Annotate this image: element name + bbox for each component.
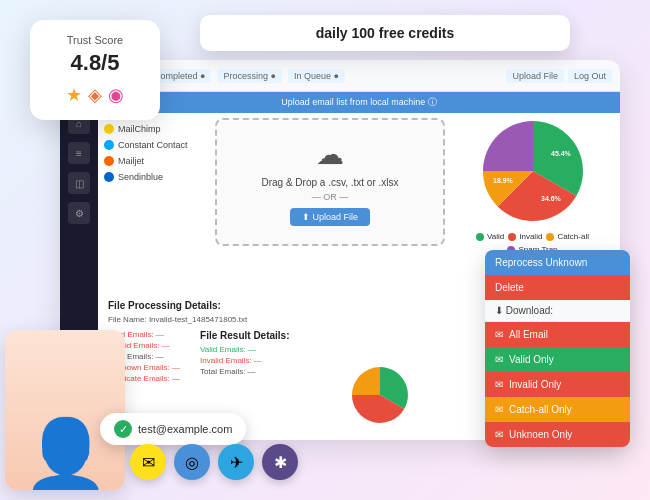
sidebar-icon-list[interactable]: ≡ <box>68 142 90 164</box>
verified-email: test@example.com <box>138 423 232 435</box>
mailjet-label: Mailjet <box>118 156 144 166</box>
apps-row: ✉ ◎ ✈ ✱ <box>130 444 298 480</box>
delete-button[interactable]: Delete <box>485 275 630 300</box>
trust-score-card: Trust Score 4.8/5 ★ ◈ ◉ <box>30 20 160 120</box>
constantcontact-label: Constant Contact <box>118 140 188 150</box>
compass-icon: ◈ <box>88 84 102 106</box>
topbar-processing[interactable]: Processing ● <box>217 69 281 83</box>
email-verified-badge: ✓ test@example.com <box>100 413 246 445</box>
legend-label-catchall: Catch-all <box>557 232 589 241</box>
download-catchall-label: Catch-all Only <box>509 404 572 415</box>
upload-header-bar: Upload email list from local machine ⓘ <box>98 92 620 113</box>
mailchimp-label: MailChimp <box>118 124 161 134</box>
legend-dot-valid <box>476 233 484 241</box>
constantcontact-dot <box>104 140 114 150</box>
pie-label-invalid: 34.6% <box>541 195 562 202</box>
email-icon-invalid: ✉ <box>495 379 503 390</box>
processing-title: File Processing Details: <box>108 300 430 311</box>
sidebar-icon-chart[interactable]: ◫ <box>68 172 90 194</box>
credits-banner: daily 100 free credits <box>200 15 570 51</box>
app-telegram-button[interactable]: ✈ <box>218 444 254 480</box>
person-silhouette: 👤 <box>22 420 109 490</box>
app-mailchimp-button[interactable]: ✉ <box>130 444 166 480</box>
provider-mailchimp: MailChimp <box>104 121 212 137</box>
legend-label-invalid: Invalid <box>519 232 542 241</box>
legend-dot-catchall <box>546 233 554 241</box>
download-all-label: All Email <box>509 329 548 340</box>
legend-catchall: Catch-all <box>546 232 589 241</box>
action-panel: Reprocess Unknown Delete ⬇ Download: ✉ A… <box>485 250 630 447</box>
reprocess-button[interactable]: Reprocess Unknown <box>485 250 630 275</box>
download-invalid-label: Invalid Only <box>509 379 561 390</box>
download-label: ⬇ Download: <box>485 300 630 322</box>
star-icon: ★ <box>66 84 82 106</box>
upload-header-text: Upload email list from local machine ⓘ <box>281 97 437 107</box>
processing-right-col: File Result Details: Valid Emails: — Inv… <box>200 330 289 383</box>
download-catchall-button[interactable]: ✉ Catch-all Only <box>485 397 630 422</box>
result-row-3: Total Emails: — <box>200 367 289 376</box>
result-row-2: Invalid Emails: — <box>200 356 289 365</box>
provider-mailjet: Mailjet <box>104 153 212 169</box>
credits-label: daily 100 free credits <box>316 25 455 41</box>
upload-dropzone[interactable]: ☁ Drag & Drop a .csv, .txt or .xlsx — OR… <box>215 118 445 246</box>
app-chat-button[interactable]: ✱ <box>262 444 298 480</box>
email-icon-unknown: ✉ <box>495 429 503 440</box>
sidebar-icon-settings[interactable]: ⚙ <box>68 202 90 224</box>
email-icon-all: ✉ <box>495 329 503 340</box>
person-card: 👤 <box>5 330 125 490</box>
topbar: Home Completed ● Processing ● In Queue ●… <box>98 60 620 92</box>
pie-chart-container: 45.4% 34.6% 18.9% Valid Invalid Catch-al… <box>450 108 615 262</box>
sendinblue-dot <box>104 172 114 182</box>
email-provider-list: MailChimp Constant Contact Mailjet Sendi… <box>98 115 218 191</box>
sendinblue-label: Sendinblue <box>118 172 163 182</box>
legend-valid: Valid <box>476 232 504 241</box>
app-bullseye-button[interactable]: ◎ <box>174 444 210 480</box>
email-icon-valid: ✉ <box>495 354 503 365</box>
legend-dot-invalid <box>508 233 516 241</box>
upload-file-button[interactable]: ⬆ Upload File <box>290 208 370 226</box>
legend-label-valid: Valid <box>487 232 504 241</box>
result-row-1: Valid Emails: — <box>200 345 289 354</box>
result-title: File Result Details: <box>200 330 289 341</box>
download-valid-button[interactable]: ✉ Valid Only <box>485 347 630 372</box>
trust-score-icons: ★ ◈ ◉ <box>50 84 140 106</box>
pie-chart-svg: 45.4% 34.6% 18.9% <box>478 116 588 226</box>
pie-spamtrap <box>483 121 533 171</box>
download-all-button[interactable]: ✉ All Email <box>485 322 630 347</box>
mailchimp-dot <box>104 124 114 134</box>
trust-score-value: 4.8/5 <box>50 50 140 76</box>
download-unknown-label: Unknoen Only <box>509 429 572 440</box>
gauge-icon: ◉ <box>108 84 124 106</box>
result-mini-pie <box>350 365 410 425</box>
provider-constantcontact: Constant Contact <box>104 137 212 153</box>
mailjet-dot <box>104 156 114 166</box>
trust-score-title: Trust Score <box>50 34 140 46</box>
provider-sendinblue: Sendinblue <box>104 169 212 185</box>
topbar-log[interactable]: Log Out <box>568 69 612 83</box>
processing-filename: File Name: Invalid-test_1485471805.txt <box>108 315 430 324</box>
topbar-upload[interactable]: Upload File <box>506 69 564 83</box>
topbar-inqueue[interactable]: In Queue ● <box>288 69 345 83</box>
legend-invalid: Invalid <box>508 232 542 241</box>
cloud-upload-icon: ☁ <box>227 138 433 171</box>
pie-label-catchall: 18.9% <box>493 177 514 184</box>
check-icon: ✓ <box>114 420 132 438</box>
drag-drop-text: Drag & Drop a .csv, .txt or .xlsx <box>227 177 433 188</box>
email-icon-catchall: ✉ <box>495 404 503 415</box>
pie-label-valid: 45.4% <box>551 150 572 157</box>
or-text: — OR — <box>227 192 433 202</box>
download-unknown-button[interactable]: ✉ Unknoen Only <box>485 422 630 447</box>
download-invalid-button[interactable]: ✉ Invalid Only <box>485 372 630 397</box>
download-valid-label: Valid Only <box>509 354 554 365</box>
